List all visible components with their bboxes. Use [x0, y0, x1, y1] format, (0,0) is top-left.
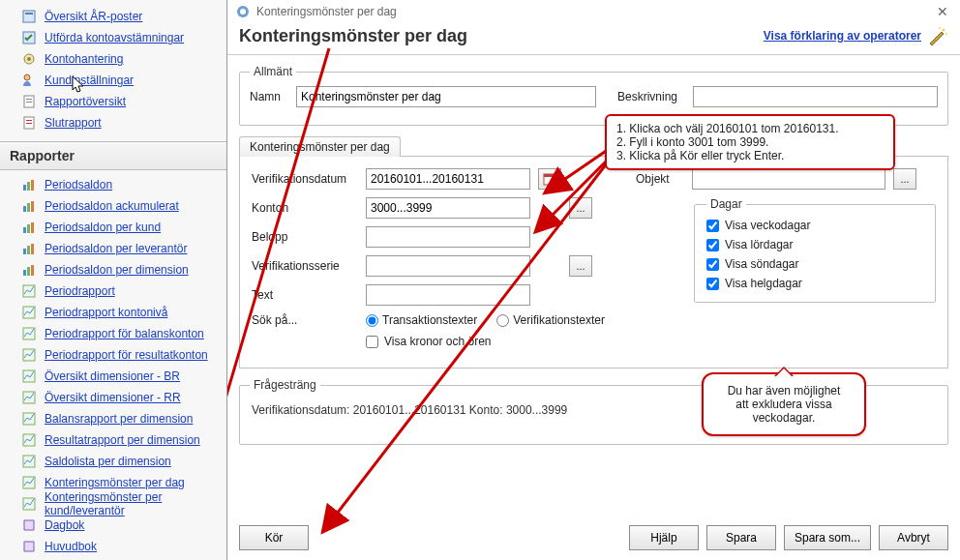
report-link[interactable]: Översikt dimensioner - BR [45, 369, 180, 383]
svg-rect-23 [31, 244, 34, 254]
report-item[interactable]: Periodrapport [6, 280, 221, 302]
report-link[interactable]: Periodsaldon [45, 178, 112, 192]
nav-link[interactable]: Översikt ÅR-poster [45, 10, 142, 23]
nav-item-rapportoversikt[interactable]: Rapportöversikt [6, 91, 221, 112]
report-link[interactable]: Periodrapport för resultatkonton [45, 348, 208, 362]
nav-item-utforda[interactable]: Utförda kontoavstämningar [6, 27, 221, 48]
objekt-input[interactable] [692, 168, 885, 190]
verifserie-input[interactable] [366, 255, 530, 277]
content: Allmänt Namn Beskrivning Konteringsmönst… [227, 55, 960, 517]
report-item[interactable]: Dagbok [6, 515, 221, 536]
verifserie-browse-button[interactable]: ... [569, 255, 592, 277]
report-item[interactable]: Periodsaldon per kund [6, 217, 221, 238]
verifdate-input[interactable] [366, 168, 530, 190]
nav-item-slutrapport[interactable]: Slutrapport [6, 112, 221, 133]
report-link[interactable]: Huvudbok [45, 540, 97, 553]
report-link[interactable]: Konteringsmönster per kund/leverantör [45, 490, 217, 517]
calendar-button[interactable] [538, 168, 561, 190]
sidebar: Översikt ÅR-poster Utförda kontoavstämni… [0, 0, 227, 560]
report-link[interactable]: Balansrapport per dimension [45, 412, 193, 426]
svg-rect-24 [23, 270, 26, 276]
report-link[interactable]: Saldolista per dimension [45, 455, 171, 468]
check-lordagar[interactable]: Visa lördagar [706, 238, 923, 251]
tab-konteringsmonster[interactable]: Konteringsmönster per dag [239, 136, 401, 157]
save-as-button[interactable]: Spara som... [784, 525, 871, 550]
nav-link[interactable]: Kundinställningar [45, 74, 134, 87]
name-input[interactable] [296, 86, 596, 107]
report-link[interactable]: Periodsaldon per dimension [45, 263, 189, 277]
konton-browse-button[interactable]: ... [569, 197, 592, 219]
report-item[interactable]: Huvudbok [6, 536, 221, 557]
fragestrang-legend: Frågesträng [250, 378, 320, 392]
report-link[interactable]: Resultatrapport per dimension [45, 433, 200, 447]
close-icon[interactable]: ✕ [933, 4, 952, 19]
nav-link[interactable]: Slutrapport [45, 116, 102, 130]
report-item[interactable]: Konteringsmönster per kund/leverantör [6, 493, 221, 515]
nav-link[interactable]: Rapportöversikt [45, 95, 126, 108]
kronor-checkbox[interactable] [366, 336, 378, 348]
radio-trans-input[interactable] [366, 314, 378, 327]
objekt-browse-button[interactable]: ... [893, 168, 916, 190]
desc-input[interactable] [693, 86, 938, 107]
report-link[interactable]: Periodrapport [45, 284, 115, 298]
report-item[interactable]: Resultatrapport per dimension [6, 429, 221, 451]
nav-item-overview-ar[interactable]: Översikt ÅR-poster [6, 6, 221, 27]
report-link[interactable]: Periodsaldon per leverantör [45, 242, 187, 255]
svg-rect-1 [25, 13, 33, 15]
report-link[interactable]: Översikt dimensioner - RR [45, 391, 181, 404]
report-item[interactable]: Periodsaldon per leverantör [6, 238, 221, 259]
calendar-icon [543, 172, 556, 186]
nav-link[interactable]: Kontohantering [45, 52, 123, 66]
save-button[interactable]: Spara [706, 525, 776, 550]
report-item[interactable]: Periodsaldon [6, 174, 221, 195]
belopp-input[interactable] [366, 226, 530, 248]
report-link[interactable]: Periodrapport kontonivå [45, 306, 167, 319]
konton-input[interactable] [366, 197, 530, 219]
nav-item-kontohantering[interactable]: Kontohantering [6, 48, 221, 70]
radio-verifikationstexter[interactable]: Verifikationstexter [496, 313, 605, 327]
text-label: Text [252, 288, 358, 302]
chart-icon [21, 262, 37, 278]
report-link[interactable]: Dagbok [45, 518, 84, 532]
report-item[interactable]: Balansrapport per dimension [6, 408, 221, 429]
report-link[interactable]: Periodsaldon ackumulerat [45, 199, 179, 213]
report-item[interactable]: Översikt dimensioner - RR [6, 387, 221, 408]
report-item[interactable]: Saldolista per dimension [6, 451, 221, 472]
tabs: Konteringsmönster per dag Verifikationsd… [239, 135, 948, 368]
svg-point-41 [945, 33, 947, 35]
svg-rect-21 [23, 249, 26, 254]
report-item[interactable]: Periodrapport kontonivå [6, 302, 221, 323]
report-link[interactable]: Periodsaldon per kund [45, 221, 161, 234]
report-item[interactable]: Periodrapport för resultatkonton [6, 344, 221, 366]
report-item[interactable]: Periodsaldon ackumulerat [6, 195, 221, 217]
radio-verif-input[interactable] [496, 314, 509, 327]
desc-label: Beskrivning [617, 90, 685, 103]
report-link[interactable]: Konteringsmönster per dag [45, 476, 185, 489]
radio-transaktionstexter[interactable]: Transaktionstexter [366, 313, 477, 327]
nav-link[interactable]: Utförda kontoavstämningar [45, 31, 184, 44]
svg-rect-19 [27, 224, 30, 233]
help-button[interactable]: Hjälp [629, 525, 699, 550]
kronor-check[interactable]: Visa kronor och ören [366, 335, 492, 348]
doc-icon [21, 30, 37, 45]
report-link[interactable]: Periodrapport för balanskonton [45, 327, 204, 340]
check-sondagar[interactable]: Visa söndagar [706, 257, 923, 271]
run-button[interactable]: Kör [239, 525, 309, 550]
report-item[interactable]: Periodsaldon per dimension [6, 259, 221, 280]
svg-rect-25 [27, 267, 30, 276]
operator-help-link[interactable]: Visa förklaring av operatorer [764, 25, 948, 46]
chart-icon [21, 241, 37, 256]
svg-rect-18 [23, 227, 26, 233]
svg-rect-44 [544, 174, 555, 177]
report-icon [21, 94, 37, 109]
tab-body: Verifikationsdatum Konton ... [239, 156, 948, 368]
cancel-button[interactable]: Avbryt [879, 525, 948, 550]
report-item[interactable]: Periodrapport för balanskonton [6, 323, 221, 344]
check-helgdagar[interactable]: Visa helgdagar [706, 277, 923, 290]
doc-icon [21, 9, 37, 24]
report-item[interactable]: Översikt dimensioner - BR [6, 366, 221, 387]
sok-label: Sök på... [252, 313, 358, 327]
check-veckodagar[interactable]: Visa veckodagar [706, 219, 923, 232]
text-input[interactable] [366, 284, 530, 306]
nav-item-kundinstallningar[interactable]: Kundinställningar [6, 70, 221, 91]
